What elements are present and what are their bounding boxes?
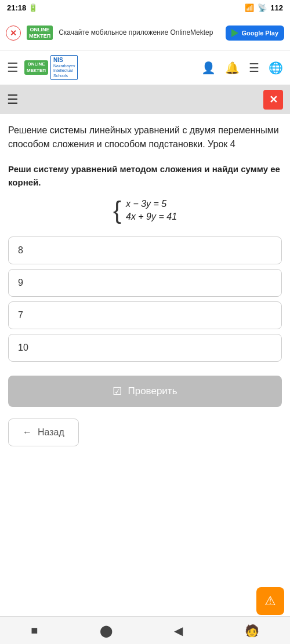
- play-icon: [231, 29, 238, 37]
- ad-banner: ✕ ONLINE МЕКТЕП Скачайте мобильное прило…: [0, 16, 290, 50]
- status-icons: 📶 📡 112: [245, 3, 283, 12]
- bottom-nav: ■ ⬤ ◀ 🧑: [0, 616, 290, 644]
- bottom-nav-back[interactable]: ◀: [174, 624, 183, 638]
- bottom-nav-circle[interactable]: ⬤: [100, 624, 113, 638]
- nav-menu-icon[interactable]: ☰: [7, 60, 19, 75]
- status-bar: 21:18 🔋 📶 📡 112: [0, 0, 290, 16]
- battery-percent: 112: [270, 3, 283, 12]
- ad-text: Скачайте мобильное приложение OnlineMekt…: [59, 28, 220, 38]
- toolbar-close-button[interactable]: ✕: [263, 90, 283, 110]
- check-icon: ☑: [113, 385, 122, 398]
- option-item[interactable]: 7: [8, 301, 282, 329]
- equation-1: x − 3y = 5: [126, 199, 177, 209]
- warning-fab[interactable]: ⚠: [256, 587, 284, 615]
- nav-icons: 👤 🔔 ☰ 🌐: [201, 61, 283, 75]
- wifi-icon: 📡: [258, 3, 267, 12]
- warning-icon: ⚠: [264, 594, 276, 609]
- option-item[interactable]: 8: [8, 237, 282, 264]
- google-play-label: Google Play: [241, 30, 278, 37]
- option-item[interactable]: 9: [8, 269, 282, 297]
- bottom-nav-square[interactable]: ■: [31, 624, 38, 637]
- nis-logo: NIS NazarbayevIntellectualSchools: [50, 55, 78, 80]
- left-brace: {: [113, 198, 121, 223]
- bottom-nav-person[interactable]: 🧑: [245, 624, 259, 638]
- time-label: 21:18: [7, 3, 26, 12]
- globe-nav-icon[interactable]: 🌐: [269, 61, 283, 75]
- nav-logo: ONLINE МЕКТЕП NIS NazarbayevIntellectual…: [24, 55, 78, 80]
- bell-nav-icon[interactable]: 🔔: [225, 61, 240, 75]
- question-text: Реши систему уравнений методом сложения …: [8, 163, 282, 189]
- content-area: Решение системы линейных уравнений с дву…: [0, 114, 290, 467]
- back-arrow-icon: ←: [23, 427, 32, 438]
- back-button[interactable]: ← Назад: [8, 419, 79, 446]
- nav-bar: ☰ ONLINE МЕКТЕП NIS NazarbayevIntellectu…: [0, 50, 290, 85]
- back-label: Назад: [38, 427, 64, 438]
- check-button[interactable]: ☑ Проверить: [8, 376, 282, 407]
- equations-list: x − 3y = 5 4x + 9y = 41: [126, 199, 177, 222]
- equations-brace: { x − 3y = 5 4x + 9y = 41: [113, 198, 177, 223]
- option-item[interactable]: 10: [8, 334, 282, 362]
- list-nav-icon[interactable]: ☰: [249, 61, 259, 75]
- ad-logo-text: ONLINE МЕКТЕП: [27, 26, 53, 41]
- options-list: 8 9 7 10: [8, 237, 282, 362]
- equations-container: { x − 3y = 5 4x + 9y = 41: [8, 198, 282, 223]
- ad-logo: ONLINE МЕКТЕП: [27, 26, 53, 41]
- equation-2: 4x + 9y = 41: [126, 212, 177, 222]
- toolbar: ☰ ✕: [0, 85, 290, 114]
- check-label: Проверить: [128, 385, 177, 397]
- lesson-title: Решение системы линейных уравнений с дву…: [8, 123, 282, 151]
- battery-icon: 🔋: [28, 3, 38, 12]
- avatar-nav-icon[interactable]: 👤: [201, 61, 216, 75]
- signal-icon: 📶: [245, 3, 254, 12]
- ad-close-button[interactable]: ✕: [6, 26, 21, 41]
- toolbar-menu-icon[interactable]: ☰: [7, 92, 19, 107]
- status-time: 21:18 🔋: [7, 3, 38, 12]
- google-play-button[interactable]: Google Play: [226, 26, 284, 41]
- nav-logo-text: ONLINE МЕКТЕП: [24, 60, 48, 75]
